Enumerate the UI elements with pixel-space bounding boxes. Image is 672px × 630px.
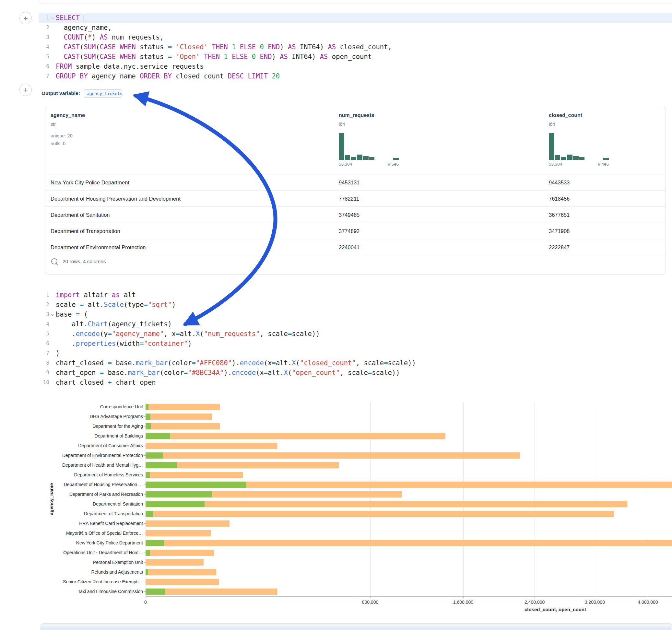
add-cell-button-top[interactable]: + <box>20 12 32 24</box>
histogram-bar <box>351 157 356 160</box>
line-number: 9 <box>39 368 49 378</box>
bar-closed-count <box>146 559 203 565</box>
y-axis-category-label: DHS Advantage Programs <box>33 414 143 419</box>
table-cell: New York City Police Department <box>51 179 129 185</box>
chart-gridline <box>370 402 370 596</box>
y-axis-category-label: Department of Health and Mental Hyg… <box>33 462 143 468</box>
table-row[interactable]: Department of Transportation377489234719… <box>45 223 666 239</box>
line-number: 1 <box>39 290 49 300</box>
bar-closed-count <box>146 520 230 527</box>
bar-closed-count <box>146 472 243 478</box>
add-cell-button-output[interactable]: + <box>20 83 32 96</box>
table-cell: 3749485 <box>339 212 360 218</box>
sql-cell-editor[interactable]: 1SELECT 2 agency_name,3 COUNT(*) AS num_… <box>39 13 672 81</box>
bar-closed-count <box>146 550 214 556</box>
line-number: 7 <box>39 71 49 81</box>
python-cell-editor[interactable]: 1import altair as alt2scale = alt.Scale(… <box>39 290 672 387</box>
table-cell: Department of Housing Preservation and D… <box>51 195 181 201</box>
x-axis-tick-label: 0 <box>144 600 147 605</box>
code-line: 4 CAST(SUM(CASE WHEN status = 'Closed' T… <box>39 42 672 52</box>
line-number: 5 <box>39 52 49 62</box>
search-icon[interactable] <box>51 258 57 264</box>
table-row[interactable]: New York City Police Department945313194… <box>45 174 666 190</box>
histogram-bar <box>549 133 554 160</box>
table-cell: 9443533 <box>549 179 570 185</box>
chart-gridline <box>463 402 463 596</box>
line-number: 3 <box>39 32 49 42</box>
table-cell: 2222847 <box>549 244 570 250</box>
bar-open-count <box>146 423 151 429</box>
code-line: 1import altair as alt <box>39 290 672 300</box>
fold-chevron-icon[interactable] <box>49 13 56 23</box>
code-line: 1SELECT <box>39 13 672 23</box>
output-variable-row: Output variable: agency_tickets <box>42 88 122 98</box>
line-number: 10 <box>39 378 49 387</box>
fold-gutter <box>49 23 56 32</box>
bar-closed-count <box>146 569 216 575</box>
bar-open-count <box>146 433 170 439</box>
code-text: SELECT <box>56 13 84 23</box>
code-text: GROUP BY agency_name ORDER BY closed_cou… <box>56 71 280 81</box>
x-axis-tick-label: 800,000 <box>362 600 379 605</box>
y-axis-category-label: Personal Exemption Unit <box>33 560 143 565</box>
next-cell-content-strip <box>41 627 671 630</box>
fold-gutter <box>49 42 56 52</box>
bar-closed-count <box>146 540 672 546</box>
y-axis-category-label: Refunds and Adjustments <box>33 570 143 575</box>
bar-open-count <box>146 550 150 556</box>
histogram-bar <box>579 157 585 160</box>
bar-open-count <box>146 453 163 459</box>
code-text: FROM sample_data.nyc.service_requests <box>56 62 204 71</box>
results-table: agency_name str unique: 20 nulls: 0 num_… <box>45 107 666 274</box>
histogram-bar <box>603 158 609 160</box>
y-axis-category-label: New York City Police Department <box>33 540 143 546</box>
histogram-range-labels: 53,304 9.5e6 <box>339 162 399 167</box>
histogram-bar <box>573 156 579 160</box>
output-variable-badge[interactable]: agency_tickets <box>84 90 122 98</box>
table-row[interactable]: Department of Sanitation37494853677651 <box>45 207 666 223</box>
y-axis-category-label: Senior Citizen Rent Increase Exempti… <box>33 579 143 584</box>
fold-chevron-icon[interactable] <box>49 310 56 319</box>
bar-open-count <box>146 404 148 410</box>
x-axis-title: closed_count, open_count <box>525 607 586 612</box>
bar-open-count <box>146 472 150 478</box>
code-line: 2 agency_name, <box>39 23 672 32</box>
code-line: 6 .properties(width="container") <box>39 339 672 348</box>
histogram-bar <box>561 157 566 160</box>
bar-open-count <box>146 511 153 517</box>
column-name: closed_count <box>549 113 582 118</box>
table-cell: 2240041 <box>339 244 360 250</box>
code-text: alt.Chart(agency_tickets) <box>56 319 172 329</box>
table-row[interactable]: Department of Environmental Protection22… <box>45 239 666 255</box>
code-line: 5 .encode(y="agency_name", x=alt.X("num_… <box>39 329 672 339</box>
table-cell: Department of Sanitation <box>51 212 110 218</box>
histogram-max-label: 9.5e6 <box>388 162 399 167</box>
bar-open-count <box>146 540 164 546</box>
histogram-min-label: 53,304 <box>549 162 562 167</box>
previous-cell-bottom-edge <box>39 0 672 4</box>
bar-closed-count <box>146 453 520 459</box>
column-type: i64 <box>339 122 345 127</box>
histogram-bar <box>369 157 375 160</box>
column-name: agency_name <box>51 113 85 118</box>
bar-open-count <box>146 462 177 468</box>
code-text: chart_open = base.mark_bar(color="#8BC34… <box>56 368 400 378</box>
column-histogram <box>339 133 399 160</box>
code-line: 3base = ( <box>39 310 672 319</box>
y-axis-category-label: Department of Consumer Affairs <box>33 443 143 448</box>
table-row[interactable]: Department of Housing Preservation and D… <box>45 190 666 207</box>
code-text: chart_closed = base.mark_bar(color="#FFC… <box>56 358 416 368</box>
code-line: 5 CAST(SUM(CASE WHEN status = 'Open' THE… <box>39 52 672 62</box>
bar-open-count <box>146 569 148 575</box>
histogram-bar <box>345 155 351 160</box>
code-text: .encode(y="agency_name", x=alt.X("num_re… <box>56 329 320 339</box>
table-cell: 7782211 <box>339 195 359 201</box>
column-stat-unique: unique: 20 <box>51 133 73 138</box>
bar-closed-count <box>146 413 212 420</box>
column-histogram <box>549 133 609 160</box>
y-axis-category-label: Operations Unit - Department of Hom… <box>33 550 143 555</box>
chart-gridline <box>648 402 648 596</box>
table-cell: 3471908 <box>549 228 570 234</box>
column-stat-nulls: nulls: 0 <box>51 141 66 146</box>
fold-gutter <box>49 62 56 71</box>
